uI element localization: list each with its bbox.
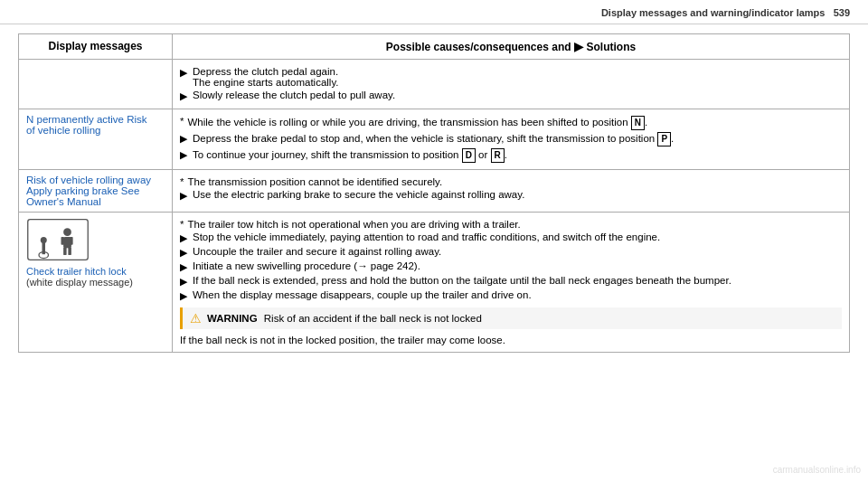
list-item: * While the vehicle is rolling or while … [180, 116, 842, 130]
list-item: ▶ Use the electric parking brake to secu… [180, 189, 842, 202]
key-n: N [631, 116, 645, 130]
list-item: ▶ Depress the brake pedal to stop and, w… [180, 132, 842, 146]
arrow-icon: ▶ [180, 261, 187, 273]
list-item: * The transmission position cannot be id… [180, 176, 842, 187]
list-item: ▶ Depress the clutch pedal again.The eng… [180, 66, 842, 88]
display-cell-risk: Risk of vehicle rolling awayApply parkin… [19, 170, 173, 213]
solutions-cell-trailer: * The trailer tow hitch is not operation… [173, 213, 850, 353]
warning-sub-text: If the ball neck is not in the locked po… [180, 333, 842, 347]
display-cell-trailer: Check trailer hitch lock (white display … [19, 213, 173, 353]
page-header-text: Display messages and warning/indicator l… [601, 7, 826, 18]
arrow-icon: ▶ [180, 232, 187, 244]
col-header-solutions: Possible causes/consequences and ▶ Solut… [173, 34, 850, 60]
main-content: Display messages Possible causes/consequ… [0, 24, 868, 362]
arrow-icon: ▶ [180, 247, 187, 259]
svg-point-1 [63, 228, 71, 236]
list-item: ▶ To continue your journey, shift the tr… [180, 148, 842, 163]
warning-box: ⚠ WARNING Risk of an accident if the bal… [180, 307, 842, 329]
svg-point-8 [41, 237, 47, 243]
key-r: R [491, 148, 505, 163]
list-item: ▶ Initiate a new swivelling procedure (→… [180, 260, 842, 273]
check-trailer-label: Check trailer hitch lock [26, 266, 127, 277]
list-item: ▶ If the ball neck is extended, press an… [180, 275, 842, 288]
arrow-icon: ▶ [180, 190, 187, 202]
table-row: ▶ Depress the clutch pedal again.The eng… [19, 60, 850, 109]
page-header: Display messages and warning/indicator l… [0, 0, 868, 24]
key-p: P [657, 132, 671, 146]
table-row: Risk of vehicle rolling awayApply parkin… [19, 170, 850, 213]
solutions-cell-clutch: ▶ Depress the clutch pedal again.The eng… [173, 60, 850, 109]
svg-rect-3 [61, 237, 65, 245]
list-item: ▶ Slowly release the clutch pedal to pul… [180, 90, 842, 102]
warning-label: WARNING [207, 313, 258, 324]
check-trailer-sub: (white display message) [26, 277, 133, 288]
key-d: D [462, 148, 476, 163]
list-item: ▶ Stop the vehicle immediately, paying a… [180, 232, 842, 244]
svg-rect-6 [68, 247, 71, 255]
list-item: * The trailer tow hitch is not operation… [180, 219, 842, 230]
warning-text: Risk of an accident if the ball neck is … [261, 313, 482, 324]
solutions-cell-n-perm: * While the vehicle is rolling or while … [173, 109, 850, 170]
display-cell-clutch [19, 60, 173, 109]
watermark: carmanualsonline.info [773, 465, 861, 475]
table-row: Check trailer hitch lock (white display … [19, 213, 850, 353]
arrow-icon: ▶ [180, 90, 187, 102]
col-header-display: Display messages [19, 34, 173, 60]
arrow-icon: ▶ [180, 149, 187, 161]
main-table: Display messages Possible causes/consequ… [18, 33, 850, 353]
page-number: 539 [834, 7, 850, 18]
solutions-arrow: ▶ [574, 40, 587, 53]
warning-triangle-icon: ⚠ [190, 311, 202, 326]
svg-rect-4 [70, 237, 73, 245]
list-item: ▶ Uncouple the trailer and secure it aga… [180, 246, 842, 259]
svg-rect-5 [63, 247, 67, 255]
list-item: ▶ When the display message disappears, c… [180, 289, 842, 302]
svg-rect-0 [28, 220, 89, 260]
trailer-hitch-icon [26, 217, 90, 262]
arrow-icon: ▶ [180, 290, 187, 302]
arrow-icon: ▶ [180, 133, 187, 145]
arrow-icon: ▶ [180, 67, 187, 79]
display-cell-n-perm: N permanently active Riskof vehicle roll… [19, 109, 173, 170]
table-row: N permanently active Riskof vehicle roll… [19, 109, 850, 170]
arrow-icon: ▶ [180, 276, 187, 288]
solutions-cell-risk: * The transmission position cannot be id… [173, 170, 850, 213]
